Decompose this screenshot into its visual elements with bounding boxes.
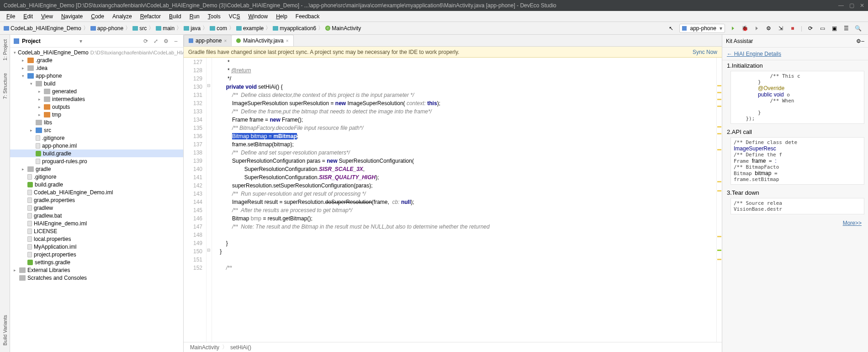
breadcrumb-item[interactable]: com [209, 25, 228, 32]
tree-row[interactable]: ▸.gradle [10, 56, 183, 64]
tree-row[interactable]: ▾app-phone [10, 72, 183, 80]
tree-row[interactable]: ▸generated [10, 87, 183, 95]
tree-row[interactable]: ▸intermediates [10, 95, 183, 103]
avd-icon[interactable]: ▭ [819, 25, 826, 32]
fold-column[interactable]: ⊟⊟ [206, 58, 212, 342]
menu-help[interactable]: Help [272, 12, 291, 21]
crumb-method[interactable]: setHiAi() [230, 344, 251, 351]
menu-analyze[interactable]: Analyze [109, 12, 136, 21]
hide-icon[interactable]: – [172, 38, 180, 44]
breadcrumb-item[interactable]: src [132, 25, 148, 32]
tree-row[interactable]: ▸outputs [10, 103, 183, 111]
run-icon[interactable] [730, 25, 737, 32]
menu-build[interactable]: Build [165, 12, 185, 21]
debug-icon[interactable]: 🐞 [741, 25, 749, 32]
menu-window[interactable]: Window [244, 12, 271, 21]
line-gutter: 1271281291301311321331341351361371381391… [184, 58, 206, 342]
code-editor[interactable]: 1271281291301311321331341351361371381391… [184, 58, 722, 342]
crumb-class[interactable]: MainActivity [190, 344, 219, 351]
breadcrumb-item[interactable]: myapplication6 [272, 25, 317, 32]
structure-icon[interactable]: ☰ [842, 25, 850, 32]
menu-navigate[interactable]: Navigate [58, 12, 86, 21]
code-content[interactable]: * * @return */ private void setHiAi() { … [212, 58, 716, 342]
expand-icon[interactable]: ⤢ [152, 38, 159, 44]
collapse-icon[interactable]: ⟳ [142, 38, 149, 44]
project-tree[interactable]: ▾CodeLab_HIAIEngine_DemoD:\DS\tuxiangcha… [10, 48, 183, 352]
tree-row[interactable]: ▾build [10, 80, 183, 87]
tree-row[interactable]: .gitignore [10, 134, 183, 142]
sync-now-link[interactable]: Sync Now [693, 49, 717, 55]
tree-row[interactable]: .gitignore [10, 173, 183, 181]
tree-row[interactable]: proguard-rules.pro [10, 157, 183, 165]
coverage-icon[interactable] [753, 25, 761, 32]
sync-icon[interactable]: ⟳ [807, 25, 814, 32]
code-snippet-init[interactable]: /** This c } @Override public void o /**… [730, 71, 864, 124]
section-api-call: 2.API call [722, 127, 868, 136]
breadcrumb-item[interactable]: CodeLab_HIAIEngine_Demo [3, 25, 82, 32]
tool-tab-project[interactable]: 1: Project [1, 37, 9, 62]
breadcrumb-item[interactable]: example [235, 25, 265, 32]
menu-edit[interactable]: Edit [20, 12, 37, 21]
close-button[interactable]: ✕ [860, 2, 864, 9]
breadcrumb-item[interactable]: java [183, 25, 201, 32]
tree-row[interactable]: LICENSE [10, 227, 183, 235]
menu-feedback[interactable]: Feedback [292, 12, 323, 21]
tree-row[interactable]: ▸gradle [10, 165, 183, 173]
menu-code[interactable]: Code [87, 12, 108, 21]
tree-row[interactable]: settings.gradle [10, 258, 183, 266]
maximize-button[interactable]: ▢ [849, 2, 854, 9]
tree-row[interactable]: CodeLab_HIAIEngine_Demo.iml [10, 188, 183, 196]
more-link[interactable]: More>> [722, 217, 868, 229]
menu-tools[interactable]: Tools [204, 12, 224, 21]
attach-icon[interactable]: ⇲ [777, 25, 784, 32]
tree-row[interactable]: ▸External Libraries [10, 266, 183, 274]
tool-tab-structure[interactable]: 7: Structure [1, 71, 9, 101]
search-icon[interactable]: 🔍 [854, 25, 862, 32]
menu-file[interactable]: File [3, 12, 19, 21]
sdk-icon[interactable]: ▣ [831, 25, 838, 32]
back-arrow-icon[interactable]: ← [727, 51, 732, 57]
tree-row[interactable]: project.properties [10, 251, 183, 258]
tree-row[interactable]: build.gradle [10, 181, 183, 188]
code-snippet-teardown[interactable]: /** Source relea VisionBase.destr [730, 198, 864, 214]
tab-close-icon[interactable]: × [286, 38, 289, 43]
tab-close-icon[interactable]: × [224, 38, 227, 43]
tree-row[interactable]: ▸tmp [10, 111, 183, 118]
settings-icon[interactable]: ⚙ [162, 38, 169, 44]
tree-row[interactable]: MyApplication.iml [10, 243, 183, 251]
tool-tab-build-variants[interactable]: Build Variants [1, 313, 9, 347]
tree-row[interactable]: build.gradle [10, 149, 183, 157]
gear-icon[interactable]: ⚙ [856, 38, 861, 44]
tree-row[interactable]: local.properties [10, 235, 183, 243]
editor-area: app-phone×MainActivity.java× Gradle file… [184, 35, 722, 352]
profile-icon[interactable]: ⚙ [765, 25, 773, 32]
tree-row[interactable]: HIAIEngine_demo.iml [10, 219, 183, 227]
stop-icon[interactable]: ■ [789, 25, 796, 32]
hiai-details-link[interactable]: HiAI Engine Details [734, 51, 781, 57]
tree-row[interactable]: ▸src [10, 126, 183, 134]
editor-tab[interactable]: app-phone× [184, 35, 232, 46]
menu-run[interactable]: Run [186, 12, 203, 21]
back-icon[interactable]: ↖ [667, 25, 675, 32]
editor-tab[interactable]: MainActivity.java× [231, 35, 293, 46]
breadcrumb-item[interactable]: main [155, 25, 175, 32]
breadcrumb-item[interactable]: CMainActivity [324, 25, 362, 32]
error-stripe[interactable] [716, 58, 722, 342]
menu-vcs[interactable]: VCS [225, 12, 244, 21]
tree-row[interactable]: libs [10, 118, 183, 126]
run-config-combo[interactable]: app-phone [679, 24, 725, 33]
tree-row[interactable]: gradlew.bat [10, 212, 183, 219]
code-snippet-api[interactable]: /** Define class dete ImageSuperResc /**… [730, 137, 864, 185]
breadcrumb-item[interactable]: app-phone [90, 25, 124, 32]
tree-row[interactable]: ▾CodeLab_HIAIEngine_DemoD:\DS\tuxiangcha… [10, 48, 183, 56]
menu-refactor[interactable]: Refactor [137, 12, 164, 21]
tree-row[interactable]: gradle.properties [10, 196, 183, 204]
tree-row[interactable]: ▸.idea [10, 64, 183, 72]
tree-row[interactable]: gradlew [10, 204, 183, 212]
menu-view[interactable]: View [37, 12, 57, 21]
tree-row[interactable]: app-phone.iml [10, 142, 183, 149]
project-panel-header: Project ▾ ⟳ ⤢ ⚙ – [10, 35, 183, 48]
minimize-panel-icon[interactable]: – [861, 38, 864, 44]
tree-row[interactable]: Scratches and Consoles [10, 274, 183, 282]
minimize-button[interactable]: — [838, 2, 844, 9]
